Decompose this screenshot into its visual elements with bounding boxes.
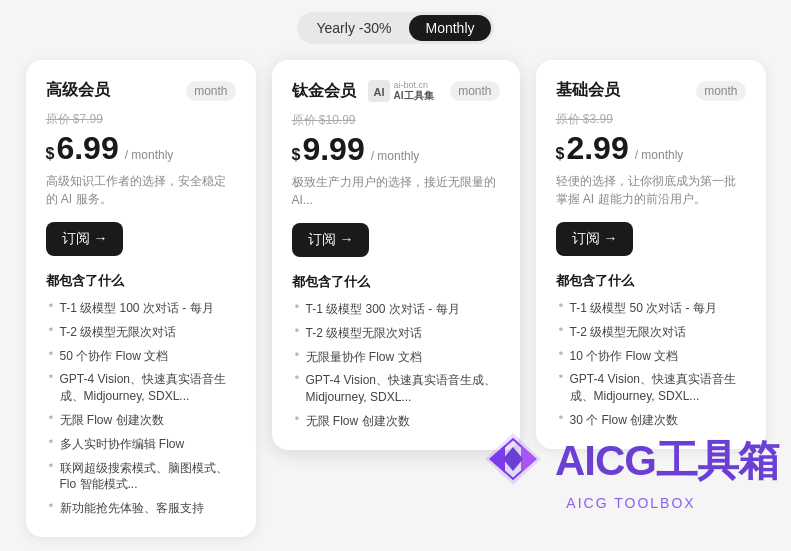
advanced-price-row: $ 6.99 / monthly [46, 132, 236, 164]
aicg-logo-row: AICG工具箱 [483, 431, 779, 491]
advanced-subscribe-button[interactable]: 订阅 → [46, 222, 124, 256]
basic-section-label: 都包含了什么 [556, 272, 746, 290]
list-item: T-2 级模型无限次对话 [556, 324, 746, 341]
list-item: 无限 Flow 创建次数 [292, 413, 500, 430]
advanced-currency: $ [46, 145, 55, 163]
basic-card-title: 基础会员 [556, 80, 620, 101]
platinum-feature-list: T-1 级模型 300 次对话 - 每月 T-2 级模型无限次对话 无限量协作 … [292, 301, 500, 430]
advanced-month-badge: month [186, 81, 235, 101]
ai-bot-icon: AI [368, 80, 390, 102]
basic-period: / monthly [635, 148, 684, 162]
aicg-title: AICG工具箱 [555, 433, 779, 489]
list-item: 无限 Flow 创建次数 [46, 412, 236, 429]
basic-desc: 轻便的选择，让你彻底成为第一批掌握 AI 超能力的前沿用户。 [556, 172, 746, 208]
logo-name: AI工具集 [394, 90, 434, 101]
platinum-period: / monthly [371, 149, 420, 163]
list-item: 50 个协作 Flow 文档 [46, 348, 236, 365]
basic-subscribe-button[interactable]: 订阅 → [556, 222, 634, 256]
list-item: GPT-4 Vision、快速真实语音生成、Midjourney, SDXL..… [46, 371, 236, 405]
billing-toggle-container: Yearly -30% Monthly [0, 0, 791, 60]
list-item: 无限量协作 Flow 文档 [292, 349, 500, 366]
list-item: T-1 级模型 100 次对话 - 每月 [46, 300, 236, 317]
advanced-desc: 高级知识工作者的选择，安全稳定的 AI 服务。 [46, 172, 236, 208]
toggle-group: Yearly -30% Monthly [297, 12, 493, 44]
bottom-brand: AICG工具箱 AICG TOOLBOX [471, 391, 791, 551]
basic-price-row: $ 2.99 / monthly [556, 132, 746, 164]
platinum-price-row: $ 9.99 / monthly [292, 133, 500, 165]
list-item: T-1 级模型 50 次对话 - 每月 [556, 300, 746, 317]
monthly-toggle-button[interactable]: Monthly [409, 15, 490, 41]
basic-currency: $ [556, 145, 565, 163]
list-item: 新功能抢先体验、客服支持 [46, 500, 236, 517]
list-item: T-1 级模型 300 次对话 - 每月 [292, 301, 500, 318]
basic-price: 2.99 [566, 132, 628, 164]
advanced-card: 高级会员 month 原价 $7.99 $ 6.99 / monthly 高级知… [26, 60, 256, 537]
platinum-month-badge: month [450, 81, 499, 101]
platinum-currency: $ [292, 146, 301, 164]
advanced-card-title: 高级会员 [46, 80, 110, 101]
svg-text:AI: AI [373, 86, 384, 98]
aicg-subtitle: AICG TOOLBOX [566, 495, 695, 511]
list-item: T-2 级模型无限次对话 [292, 325, 500, 342]
yearly-toggle-button[interactable]: Yearly -30% [300, 15, 407, 41]
platinum-original-price: 原价 $10.99 [292, 112, 500, 129]
basic-card-header: 基础会员 month [556, 80, 746, 101]
list-item: 联网超级搜索模式、脑图模式、Flo 智能模式... [46, 460, 236, 494]
basic-month-badge: month [696, 81, 745, 101]
list-item: 10 个协作 Flow 文档 [556, 348, 746, 365]
platinum-card-title: 钛金会员 [292, 81, 356, 102]
platinum-price: 9.99 [302, 133, 364, 165]
advanced-price: 6.99 [56, 132, 118, 164]
platinum-card-header: 钛金会员 AI ai-bot.cn AI工具集 month [292, 80, 500, 102]
platinum-desc: 极致生产力用户的选择，接近无限量的 AI... [292, 173, 500, 209]
basic-original-price: 原价 $3.99 [556, 111, 746, 128]
platinum-logo: 钛金会员 AI ai-bot.cn AI工具集 [292, 80, 434, 102]
advanced-card-header: 高级会员 month [46, 80, 236, 101]
platinum-subscribe-button[interactable]: 订阅 → [292, 223, 370, 257]
list-item: 多人实时协作编辑 Flow [46, 436, 236, 453]
aicg-icon [483, 431, 543, 491]
platinum-section-label: 都包含了什么 [292, 273, 500, 291]
advanced-feature-list: T-1 级模型 100 次对话 - 每月 T-2 级模型无限次对话 50 个协作… [46, 300, 236, 517]
advanced-section-label: 都包含了什么 [46, 272, 236, 290]
list-item: GPT-4 Vision、快速真实语音生成、Midjourney, SDXL..… [292, 372, 500, 406]
advanced-original-price: 原价 $7.99 [46, 111, 236, 128]
advanced-period: / monthly [125, 148, 174, 162]
list-item: T-2 级模型无限次对话 [46, 324, 236, 341]
logo-domain: ai-bot.cn [394, 81, 434, 91]
